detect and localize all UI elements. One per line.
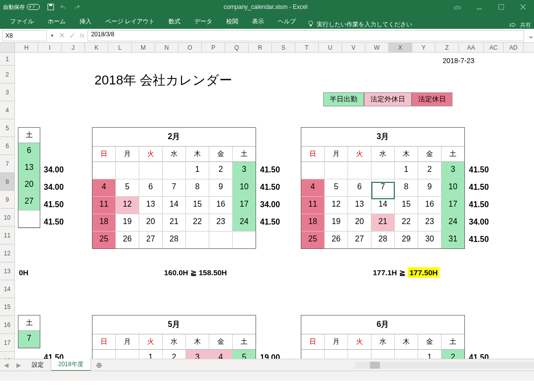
col-header[interactable]: I: [38, 43, 62, 52]
calendar-day[interactable]: [209, 232, 233, 248]
calendar-day[interactable]: 7: [18, 331, 40, 348]
calendar-day[interactable]: 19: [116, 214, 139, 231]
calendar-day[interactable]: 15: [186, 197, 209, 214]
calendar-day[interactable]: 5: [116, 179, 139, 196]
calendar-day[interactable]: 2: [209, 162, 233, 179]
calendar-day[interactable]: [18, 211, 40, 228]
calendar-day[interactable]: 1: [186, 162, 209, 179]
calendar-day[interactable]: 26: [116, 232, 139, 248]
name-box[interactable]: X8: [2, 30, 47, 41]
calendar-day[interactable]: 20: [18, 177, 40, 194]
row-header[interactable]: 15: [0, 298, 14, 316]
save-icon[interactable]: [47, 3, 55, 11]
row-header[interactable]: 9: [0, 191, 14, 209]
calendar-day[interactable]: 25: [301, 232, 325, 248]
sheet-tab-settings[interactable]: 設定: [25, 359, 51, 371]
calendar-day[interactable]: 4: [301, 179, 325, 196]
row-header[interactable]: 16: [0, 316, 14, 334]
calendar-day[interactable]: [163, 162, 186, 179]
col-header[interactable]: Z: [436, 43, 459, 52]
calendar-day[interactable]: 11: [92, 197, 116, 214]
calendar-day[interactable]: 8: [186, 179, 209, 196]
calendar-day[interactable]: 18: [301, 214, 325, 231]
calendar-day[interactable]: [139, 162, 163, 179]
calendar-day[interactable]: 7: [163, 179, 186, 196]
col-header[interactable]: Q: [225, 43, 249, 52]
col-header[interactable]: M: [132, 43, 155, 52]
row-header[interactable]: 14: [0, 280, 14, 298]
tab-formulas[interactable]: 数式: [162, 14, 187, 29]
row-header[interactable]: 7: [0, 155, 14, 173]
calendar-day[interactable]: 14: [371, 197, 395, 214]
calendar-day[interactable]: 18: [92, 214, 116, 231]
calendar-day[interactable]: 2: [418, 162, 442, 179]
tab-home[interactable]: ホーム: [41, 14, 73, 29]
calendar-day[interactable]: 7: [371, 179, 395, 196]
calendar-day[interactable]: 5: [325, 179, 348, 196]
formula-input[interactable]: 2018/3/8: [88, 30, 524, 41]
col-header[interactable]: V: [342, 43, 365, 52]
calendar-day[interactable]: 24: [233, 214, 256, 231]
calendar-day[interactable]: 22: [395, 214, 418, 231]
row-header[interactable]: 10: [0, 209, 14, 227]
calendar-day[interactable]: 27: [348, 232, 371, 248]
col-header[interactable]: H: [15, 43, 38, 52]
calendar-day[interactable]: 9: [418, 179, 442, 196]
calendar-day[interactable]: 15: [395, 197, 418, 214]
col-header[interactable]: U: [319, 43, 342, 52]
scrollbar-thumb[interactable]: [370, 362, 380, 369]
row-header[interactable]: 4: [0, 101, 14, 119]
calendar-day[interactable]: 6: [348, 179, 371, 196]
calendar-day[interactable]: [325, 162, 348, 179]
col-header[interactable]: J: [62, 43, 85, 52]
tab-nav-prev-icon[interactable]: ◀: [0, 362, 12, 369]
calendar-day[interactable]: 20: [348, 214, 371, 231]
calendar-day[interactable]: [233, 232, 256, 248]
tab-insert[interactable]: 挿入: [73, 14, 98, 29]
horizontal-scrollbar[interactable]: [355, 362, 534, 369]
row-header[interactable]: 2: [0, 66, 14, 83]
minimize-icon[interactable]: [468, 0, 490, 14]
row-header[interactable]: 12: [0, 244, 14, 262]
tab-data[interactable]: データ: [187, 14, 219, 29]
col-header[interactable]: P: [202, 43, 225, 52]
tellme[interactable]: 実行したい作業を入力してください: [308, 20, 412, 29]
calendar-day[interactable]: 30: [418, 232, 442, 248]
calendar-day[interactable]: 8: [395, 179, 418, 196]
col-header[interactable]: R: [249, 43, 272, 52]
ribbon-options-icon[interactable]: [446, 0, 468, 14]
calendar-day[interactable]: 21: [371, 214, 395, 231]
calendar-day[interactable]: 21: [163, 214, 186, 231]
calendar-day[interactable]: 28: [163, 232, 186, 248]
redo-icon[interactable]: [73, 3, 81, 11]
calendar-day[interactable]: 1: [395, 162, 418, 179]
calendar-day[interactable]: 20: [139, 214, 163, 231]
calendar-day[interactable]: 9: [209, 179, 233, 196]
share-button[interactable]: 共有: [520, 21, 531, 29]
add-sheet-icon[interactable]: ⊕: [91, 361, 107, 370]
calendar-day[interactable]: 14: [163, 197, 186, 214]
close-icon[interactable]: [512, 0, 534, 14]
calendar-day[interactable]: 31: [442, 232, 464, 248]
calendar-day[interactable]: 29: [395, 232, 418, 248]
tab-review[interactable]: 校閲: [219, 14, 245, 29]
col-header[interactable]: O: [178, 43, 202, 52]
calendar-day[interactable]: 13: [348, 197, 371, 214]
calendar-day[interactable]: 27: [18, 194, 40, 211]
calendar-day[interactable]: [371, 162, 395, 179]
col-header[interactable]: X: [389, 43, 412, 52]
col-header[interactable]: N: [155, 43, 178, 52]
calendar-day[interactable]: 16: [209, 197, 233, 214]
tab-pagelayout[interactable]: ページ レイアウト: [98, 14, 162, 29]
formula-cancel-icon[interactable]: ✕: [59, 31, 65, 40]
calendar-day[interactable]: [186, 232, 209, 248]
select-all-corner[interactable]: [0, 43, 15, 52]
calendar-day[interactable]: 3: [442, 162, 464, 179]
row-header[interactable]: 8: [0, 173, 14, 191]
autosave-toggle[interactable]: オフ: [27, 4, 40, 10]
calendar-day[interactable]: 6: [18, 143, 40, 160]
calendar-day[interactable]: 6: [139, 179, 163, 196]
col-header[interactable]: AD: [504, 43, 524, 52]
calendar-day[interactable]: 26: [325, 232, 348, 248]
calendar-day[interactable]: 4: [92, 179, 116, 196]
